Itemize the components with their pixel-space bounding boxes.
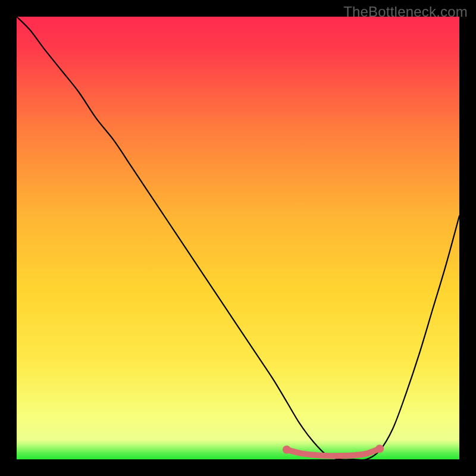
optimal-mid-dot	[324, 453, 329, 458]
optimal-start-dot	[283, 446, 291, 454]
optimal-mid-dot	[298, 450, 302, 455]
optimal-mid-dot	[337, 453, 342, 458]
optimal-end-dot	[375, 444, 384, 453]
chart-stage: TheBottleneck.com	[0, 0, 476, 476]
plot-area	[17, 17, 459, 459]
optimal-mid-dot	[364, 451, 369, 456]
gradient-background	[17, 17, 459, 459]
optimal-mid-dot	[311, 452, 315, 457]
optimal-mid-dot	[350, 453, 355, 458]
bottleneck-chart	[17, 17, 459, 459]
